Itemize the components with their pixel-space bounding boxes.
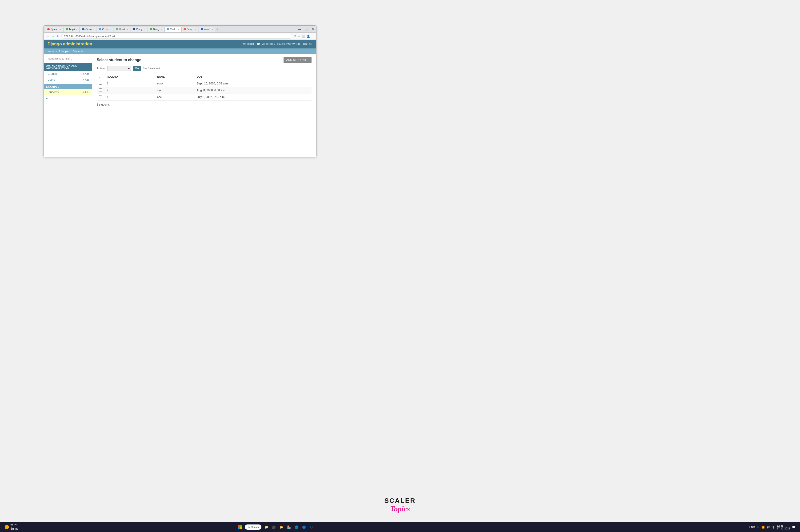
tab-label: Custo xyxy=(170,28,176,31)
tab-close[interactable]: × xyxy=(59,28,61,30)
folder-icon[interactable]: 📂 xyxy=(279,525,284,530)
weather-condition: Sunny xyxy=(11,527,18,530)
auth-section-header: AUTHENTICATION AND AUTHORIZATION xyxy=(44,63,92,71)
scaler-logo: SCALER Topics xyxy=(384,497,415,513)
notifications-icon[interactable]: 💬 xyxy=(792,526,795,529)
extensions-icon[interactable]: ⬜ xyxy=(302,35,305,38)
table-row: 2 xyz Aug. 8, 2000, 6:38 a.m. xyxy=(97,87,312,94)
vscode-icon[interactable]: ⬡ xyxy=(309,525,314,530)
django-title: Django administration xyxy=(48,42,92,46)
tab-gmail[interactable]: Spread × xyxy=(45,26,63,32)
windows-button[interactable] xyxy=(237,525,243,530)
tab-custo2[interactable]: Custo × xyxy=(97,26,113,32)
close-button[interactable]: ✕ xyxy=(311,27,315,31)
students-table: ROLLNO NAME DOB 3 mno Sept. 10, 2000, 6:… xyxy=(97,73,312,101)
tab-close[interactable]: × xyxy=(178,28,179,30)
django-admin-page: Django administration WELCOME, TR VIEW S… xyxy=(44,40,316,157)
rollno-link-2[interactable]: 1 xyxy=(107,95,109,99)
row-checkbox-0[interactable] xyxy=(99,82,102,85)
taskbar-browser-icon[interactable]: 🌐 xyxy=(294,525,299,530)
content-wrapper: AUTHENTICATION AND AUTHORIZATION Groups … xyxy=(44,54,316,109)
toolbar-icons: ⬆ ☆ ⬜ 👤 ⋮ xyxy=(294,35,314,38)
go-button[interactable]: Go xyxy=(133,66,141,71)
name-cell-0: mno xyxy=(155,80,194,87)
sidebar-filter-input[interactable] xyxy=(46,56,89,61)
tab-select[interactable]: Select × xyxy=(181,26,198,32)
rollno-link-0[interactable]: 3 xyxy=(107,82,109,85)
main-content: Select student to change ADD STUDENT + A… xyxy=(92,54,316,109)
tab-django1[interactable]: Djang × xyxy=(131,26,147,32)
change-password-link[interactable]: CHANGE PASSWORD xyxy=(276,43,300,45)
breadcrumb-home[interactable]: Home xyxy=(48,50,54,53)
tab-django2[interactable]: Djang × xyxy=(148,26,164,32)
tab-custo1[interactable]: Custo × xyxy=(80,26,96,32)
view-site-link[interactable]: VIEW SITE xyxy=(262,43,274,45)
row-checkbox-1[interactable] xyxy=(99,89,102,92)
users-add-link[interactable]: + Add xyxy=(83,78,89,81)
row-checkbox-2[interactable] xyxy=(99,95,102,98)
weather-widget: 21°C Sunny xyxy=(5,524,18,530)
store-icon[interactable]: 🏪 xyxy=(286,525,292,530)
back-button[interactable]: ← xyxy=(45,34,50,38)
rollno-link-1[interactable]: 2 xyxy=(107,89,109,92)
breadcrumb-example[interactable]: Example xyxy=(59,50,69,53)
tab-trapti[interactable]: Trapti × xyxy=(63,26,79,32)
tab-close[interactable]: × xyxy=(76,28,77,30)
django-header: Django administration WELCOME, TR VIEW S… xyxy=(44,40,316,49)
time: 12:43 xyxy=(777,524,790,527)
students-add-link[interactable]: + Add xyxy=(83,91,89,94)
refresh-button[interactable]: ↻ xyxy=(56,34,60,38)
tab-close[interactable]: × xyxy=(194,28,196,30)
tab-close[interactable]: × xyxy=(93,28,94,30)
sidebar-item-users: Users + Add xyxy=(44,77,92,83)
edge-icon[interactable]: 🔵 xyxy=(301,525,306,530)
taskbar-center: 🔍 Search 📁 🎥 📂 🏪 🌐 🔵 ⬡ xyxy=(237,525,314,530)
users-link[interactable]: Users xyxy=(48,78,55,81)
add-student-button[interactable]: ADD STUDENT + xyxy=(283,57,312,63)
col-rollno: ROLLNO xyxy=(105,73,155,80)
action-label: Action: xyxy=(97,67,106,70)
tab-howto[interactable]: How t. × xyxy=(114,26,131,32)
tab-label: Custo xyxy=(86,28,92,31)
volume-icon: 🔊 xyxy=(767,526,770,529)
user-info: WELCOME, TR VIEW SITE / CHANGE PASSWORD … xyxy=(243,43,313,45)
breadcrumb-students: Students xyxy=(73,50,83,53)
bookmark-icon[interactable]: ☆ xyxy=(298,35,300,38)
breadcrumb: Home › Example › Students xyxy=(44,49,316,54)
new-tab-button[interactable]: + xyxy=(215,27,219,31)
tab-close[interactable]: × xyxy=(127,28,128,30)
share-icon[interactable]: ⬆ xyxy=(294,35,296,38)
students-link[interactable]: Students xyxy=(48,91,59,94)
profile-icon[interactable]: 👤 xyxy=(306,35,310,38)
tab-custo-active[interactable]: Custo × xyxy=(165,26,181,32)
weather-icon xyxy=(5,525,9,529)
welcome-prefix: WELCOME, xyxy=(243,43,256,45)
forward-button[interactable]: → xyxy=(51,34,55,38)
taskbar-region: IN xyxy=(757,526,760,529)
select-all-checkbox[interactable] xyxy=(99,75,102,78)
tab-close[interactable]: × xyxy=(211,28,213,30)
breadcrumb-separator2: › xyxy=(70,50,71,53)
col-name: NAME xyxy=(155,73,194,80)
menu-icon[interactable]: ⋮ xyxy=(312,35,314,38)
row-count: 3 students xyxy=(97,103,312,106)
tab-word[interactable]: Word. × xyxy=(199,26,215,32)
tab-close[interactable]: × xyxy=(110,28,111,30)
groups-link[interactable]: Groups xyxy=(48,72,57,76)
taskbar-language: ENG xyxy=(749,526,755,529)
collapse-sidebar-button[interactable]: « xyxy=(44,95,92,101)
action-select[interactable]: ---------- xyxy=(107,66,131,71)
video-icon[interactable]: 🎥 xyxy=(271,525,277,530)
minimize-button[interactable]: — xyxy=(297,27,302,31)
wifi-icon: 📶 xyxy=(761,526,765,529)
maximize-button[interactable]: ⬜ xyxy=(304,27,309,31)
address-input[interactable] xyxy=(61,34,293,39)
taskbar-search[interactable]: 🔍 Search xyxy=(245,525,261,530)
dob-cell-2: July 8, 2002, 5:35 a.m. xyxy=(194,94,312,101)
tab-close[interactable]: × xyxy=(161,28,162,30)
logout-link[interactable]: LOG OUT xyxy=(302,43,313,45)
groups-add-link[interactable]: + Add xyxy=(83,73,89,75)
tab-close[interactable]: × xyxy=(144,28,145,30)
file-explorer-icon[interactable]: 📁 xyxy=(264,525,269,530)
tab-label: Trapti xyxy=(69,28,75,31)
